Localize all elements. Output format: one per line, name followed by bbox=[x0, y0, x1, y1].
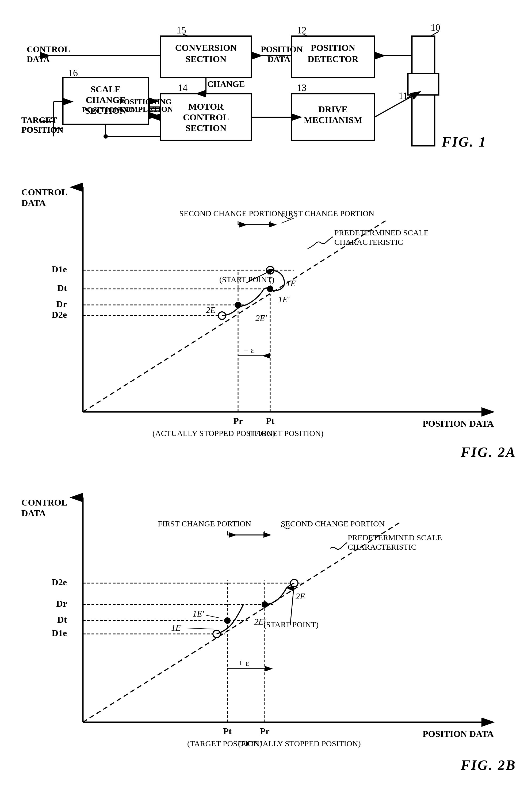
svg-text:CONTROL: CONTROL bbox=[27, 44, 70, 54]
svg-text:SECTION: SECTION bbox=[185, 54, 226, 64]
svg-text:1E': 1E' bbox=[278, 295, 290, 304]
svg-point-135 bbox=[224, 617, 231, 624]
svg-text:MOTOR: MOTOR bbox=[188, 102, 223, 112]
svg-text:2E: 2E bbox=[296, 591, 305, 601]
svg-text:MECHANISM: MECHANISM bbox=[303, 115, 362, 125]
svg-text:CONTROL: CONTROL bbox=[21, 497, 67, 507]
svg-text:SECOND CHANGE PORTION: SECOND CHANGE PORTION bbox=[179, 209, 283, 218]
fig2b-label: FIG. 2B bbox=[461, 757, 516, 773]
svg-text:SCALE: SCALE bbox=[91, 84, 121, 94]
svg-text:FIRST CHANGE PORTION: FIRST CHANGE PORTION bbox=[158, 519, 251, 528]
svg-text:SECOND CHANGE PORTION: SECOND CHANGE PORTION bbox=[281, 519, 385, 528]
fig2a-section: CONTROL DATA POSITION DATA PREDETERMINED… bbox=[13, 171, 521, 466]
svg-text:POSITION: POSITION bbox=[21, 125, 63, 135]
svg-text:CHARACTERISTIC: CHARACTERISTIC bbox=[334, 238, 403, 247]
svg-text:DATA: DATA bbox=[21, 198, 46, 208]
ref-15: 15 bbox=[177, 25, 186, 36]
svg-text:POSITION DATA: POSITION DATA bbox=[422, 729, 494, 739]
svg-text:DETECTOR: DETECTOR bbox=[308, 54, 359, 64]
svg-text:Dt: Dt bbox=[57, 615, 67, 625]
svg-text:CONVERSION: CONVERSION bbox=[175, 43, 237, 53]
svg-line-35 bbox=[374, 96, 412, 117]
svg-text:SECTION: SECTION bbox=[185, 123, 226, 133]
page: 10 11 CONVERSION SECTION 15 POSITION DET… bbox=[0, 0, 532, 788]
svg-text:+ ε: + ε bbox=[238, 658, 249, 668]
svg-text:CHANGE: CHANGE bbox=[207, 79, 245, 89]
svg-text:(START POINT): (START POINT) bbox=[263, 620, 319, 629]
ref-10: 10 bbox=[431, 22, 440, 33]
svg-text:Dt: Dt bbox=[57, 283, 67, 293]
svg-text:D2e: D2e bbox=[52, 577, 67, 587]
svg-text:Pt: Pt bbox=[266, 416, 275, 426]
svg-text:POSITION DATA: POSITION DATA bbox=[422, 419, 494, 429]
svg-text:TARGET: TARGET bbox=[21, 115, 57, 125]
svg-text:POSITION: POSITION bbox=[261, 44, 302, 54]
svg-text:DATA: DATA bbox=[27, 54, 50, 64]
svg-text:CONTROL: CONTROL bbox=[183, 112, 229, 122]
svg-text:CHARACTERISTIC: CHARACTERISTIC bbox=[348, 543, 416, 551]
svg-point-139 bbox=[261, 601, 268, 608]
ref-16: 16 bbox=[68, 68, 78, 78]
svg-text:Pt: Pt bbox=[223, 726, 232, 736]
svg-text:PREDETERMINED SCALE: PREDETERMINED SCALE bbox=[334, 228, 429, 237]
svg-text:2E: 2E bbox=[206, 305, 216, 315]
svg-text:DATA: DATA bbox=[21, 508, 46, 518]
svg-line-132 bbox=[187, 628, 214, 629]
svg-text:DRIVE: DRIVE bbox=[318, 104, 348, 114]
svg-point-42 bbox=[103, 134, 108, 139]
svg-text:Pr: Pr bbox=[260, 726, 270, 736]
slider-handle bbox=[408, 74, 439, 95]
svg-text:Pr: Pr bbox=[233, 416, 243, 426]
svg-text:Dr: Dr bbox=[56, 598, 67, 609]
svg-text:D2e: D2e bbox=[52, 310, 67, 320]
ref-14: 14 bbox=[178, 82, 188, 93]
svg-text:CONTROL: CONTROL bbox=[21, 187, 67, 197]
svg-text:D1e: D1e bbox=[52, 264, 67, 274]
svg-text:PREDETERMINED SCALE: PREDETERMINED SCALE bbox=[348, 533, 442, 542]
svg-line-134 bbox=[206, 615, 219, 618]
svg-text:POSITION: POSITION bbox=[311, 43, 355, 53]
fig2a-svg: CONTROL DATA POSITION DATA PREDETERMINED… bbox=[13, 171, 521, 466]
svg-point-91 bbox=[235, 302, 241, 308]
svg-line-102 bbox=[281, 218, 294, 223]
svg-line-113 bbox=[83, 521, 401, 722]
fig1-svg: 10 11 CONVERSION SECTION 15 POSITION DET… bbox=[13, 16, 508, 155]
fig1-section: 10 11 CONVERSION SECTION 15 POSITION DET… bbox=[13, 16, 508, 155]
svg-text:(TARGET POSITION): (TARGET POSITION) bbox=[249, 429, 323, 438]
svg-text:DATA: DATA bbox=[268, 54, 291, 64]
fig1-label: FIG. 1 bbox=[442, 134, 487, 150]
ref-12: 12 bbox=[297, 25, 307, 36]
svg-line-68 bbox=[83, 219, 388, 412]
svg-text:COMPLETION: COMPLETION bbox=[119, 105, 173, 113]
svg-text:2E': 2E' bbox=[255, 313, 267, 323]
svg-point-88 bbox=[267, 286, 273, 292]
svg-text:− ε: − ε bbox=[243, 345, 255, 355]
fig2b-section: CONTROL DATA POSITION DATA PREDETERMINED… bbox=[13, 481, 521, 776]
svg-text:(ACTUALLY STOPPED POSITION): (ACTUALLY STOPPED POSITION) bbox=[238, 739, 361, 748]
svg-text:FIRST CHANGE PORTION: FIRST CHANGE PORTION bbox=[281, 209, 374, 218]
svg-text:1E: 1E bbox=[171, 623, 181, 633]
svg-text:D1e: D1e bbox=[52, 628, 67, 638]
svg-text:1E': 1E' bbox=[193, 609, 204, 618]
svg-text:Dr: Dr bbox=[56, 299, 67, 309]
ref-13: 13 bbox=[297, 82, 307, 93]
fig2a-label: FIG. 2A bbox=[461, 444, 516, 460]
fig2b-svg: CONTROL DATA POSITION DATA PREDETERMINED… bbox=[13, 481, 521, 776]
svg-text:1E: 1E bbox=[286, 278, 296, 288]
